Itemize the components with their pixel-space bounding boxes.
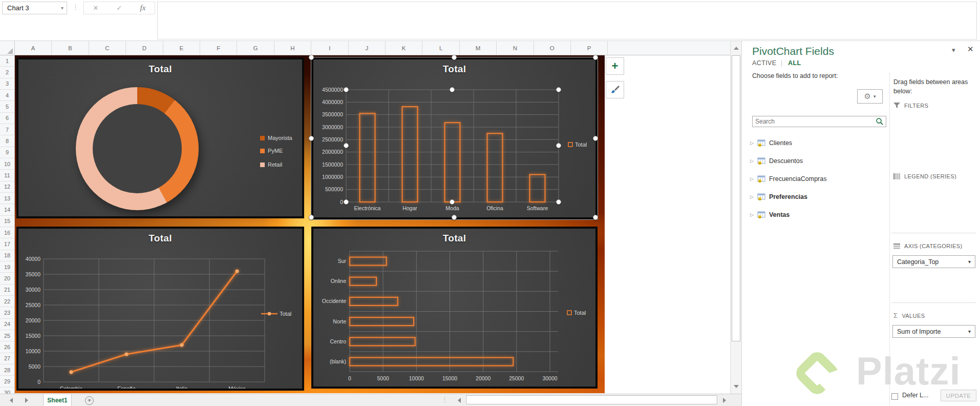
sheet-nav-next-button[interactable] (22, 395, 32, 405)
selection-handle[interactable] (593, 136, 598, 141)
row-header-20[interactable]: 20 (0, 273, 14, 284)
legend-item-mayorista[interactable]: Mayorista (260, 135, 292, 141)
column-header-B[interactable]: B (52, 41, 89, 55)
field-search[interactable] (752, 116, 886, 127)
defer-layout-checkbox[interactable] (891, 393, 898, 400)
scroll-right-button[interactable] (719, 395, 730, 405)
enter-icon[interactable]: ✓ (117, 4, 122, 12)
horizontal-scroll-thumb[interactable] (466, 395, 717, 404)
expander-icon[interactable]: ▷ (750, 140, 754, 146)
column-plot[interactable]: 0500000100000015000002000000250000030000… (313, 59, 595, 219)
row-header-9[interactable]: 9 (0, 147, 14, 158)
column-header-H[interactable]: H (274, 41, 311, 55)
pivotchart-line[interactable]: Total 0500010000150002000025000300003500… (16, 227, 304, 391)
row-header-3[interactable]: 3 (0, 78, 14, 90)
scroll-up-button[interactable] (731, 43, 742, 53)
new-sheet-button[interactable]: + (85, 396, 94, 405)
vertical-scrollbar[interactable] (730, 41, 741, 394)
expander-icon[interactable]: ▷ (750, 194, 754, 199)
column-header-F[interactable]: F (200, 41, 237, 55)
chart-styles-button[interactable] (606, 81, 624, 98)
row-header-15[interactable]: 15 (0, 216, 14, 227)
row-header-11[interactable]: 11 (0, 170, 14, 181)
selection-handle[interactable] (556, 199, 561, 205)
row-header-30[interactable]: 30 (0, 388, 14, 394)
selection-handle[interactable] (309, 215, 314, 220)
row-header-29[interactable]: 29 (0, 376, 14, 387)
field-item-ventas[interactable]: ▷Ventas (750, 208, 886, 221)
column-header-A[interactable]: A (15, 41, 52, 55)
sheet-nav-prev-button[interactable] (6, 395, 16, 405)
tools-button[interactable]: ⚙ ▾ (857, 89, 883, 104)
row-header-23[interactable]: 23 (0, 307, 14, 318)
chart-elements-button[interactable]: + (606, 57, 624, 75)
scroll-down-button[interactable] (731, 381, 742, 392)
formula-bar-input[interactable] (157, 2, 977, 39)
pivotchart-column-selected[interactable]: Total 0500000100000015000002000000250000… (311, 57, 598, 219)
line-plot[interactable]: 0500010000150002000025000300003500040000… (18, 229, 302, 391)
row-header-1[interactable]: 1 (0, 55, 14, 67)
column-header-O[interactable]: O (534, 41, 571, 55)
legend-item-pyme[interactable]: PyME (260, 148, 283, 154)
row-header-19[interactable]: 19 (0, 261, 14, 273)
cancel-icon[interactable]: ✕ (93, 4, 99, 12)
insert-function-icon[interactable]: fx (140, 4, 146, 12)
row-header-17[interactable]: 17 (0, 238, 14, 250)
expander-icon[interactable]: ▷ (750, 158, 754, 164)
column-header-L[interactable]: L (422, 41, 459, 55)
close-icon[interactable]: ✕ (967, 45, 974, 54)
selection-handle[interactable] (344, 143, 349, 148)
field-item-clientes[interactable]: ▷Clientes (750, 136, 886, 150)
bar-plot[interactable]: 050001000015000200002500030000SurOnlineO… (313, 229, 595, 389)
column-header-K[interactable]: K (386, 41, 422, 55)
axis-field-dropdown[interactable]: Categoria_Top ▾ (892, 255, 975, 268)
row-header-2[interactable]: 2 (0, 67, 14, 78)
search-input[interactable] (753, 118, 876, 125)
vertical-scroll-thumb[interactable] (732, 55, 740, 341)
row-header-8[interactable]: 8 (0, 135, 14, 147)
column-header-I[interactable]: I (311, 41, 348, 55)
selection-handle[interactable] (450, 87, 455, 92)
name-box[interactable]: Chart 3 ▾ (2, 2, 67, 14)
column-header-M[interactable]: M (460, 41, 497, 55)
row-header-16[interactable]: 16 (0, 227, 14, 238)
selection-handle[interactable] (309, 136, 314, 141)
row-header-6[interactable]: 6 (0, 113, 14, 124)
row-header-7[interactable]: 7 (0, 124, 14, 135)
field-item-descuentos[interactable]: ▷Descuentos (750, 154, 886, 168)
name-box-dropdown-icon[interactable]: ▾ (61, 5, 63, 11)
selection-handle[interactable] (556, 87, 561, 92)
field-item-frecuenciacompras[interactable]: ▷FrecuenciaCompras (750, 172, 886, 186)
row-header-10[interactable]: 10 (0, 158, 14, 170)
selection-handle[interactable] (593, 215, 598, 220)
tab-all[interactable]: ALL (788, 59, 801, 67)
row-header-27[interactable]: 27 (0, 353, 14, 364)
column-header-E[interactable]: E (163, 41, 200, 55)
splitter-dots-icon[interactable]: ⋮ (441, 396, 448, 403)
selection-handle[interactable] (452, 215, 457, 220)
expander-icon[interactable]: ▷ (750, 176, 754, 181)
row-header-4[interactable]: 4 (0, 90, 14, 101)
selection-handle[interactable] (344, 87, 349, 92)
search-icon[interactable] (876, 117, 884, 126)
column-header-P[interactable]: P (571, 41, 608, 55)
row-header-22[interactable]: 22 (0, 296, 14, 307)
row-header-12[interactable]: 12 (0, 181, 14, 193)
row-header-21[interactable]: 21 (0, 285, 14, 296)
row-header-5[interactable]: 5 (0, 101, 14, 112)
column-header-J[interactable]: J (349, 41, 386, 55)
selection-handle[interactable] (309, 55, 314, 60)
sheet-tab-sheet1[interactable]: Sheet1 (43, 394, 72, 406)
select-all-corner[interactable] (0, 41, 15, 55)
field-item-preferencias[interactable]: ▷Preferencias (750, 190, 886, 204)
selection-handle[interactable] (344, 199, 349, 205)
column-header-G[interactable]: G (237, 41, 274, 55)
selection-handle[interactable] (593, 55, 598, 60)
column-header-N[interactable]: N (497, 41, 534, 55)
legend-item-retail[interactable]: Retail (260, 161, 282, 168)
scroll-left-button[interactable] (454, 395, 465, 405)
selection-handle[interactable] (450, 199, 455, 205)
row-header-25[interactable]: 25 (0, 330, 14, 341)
update-button[interactable]: UPDATE (941, 390, 976, 401)
selection-handle[interactable] (556, 143, 561, 148)
